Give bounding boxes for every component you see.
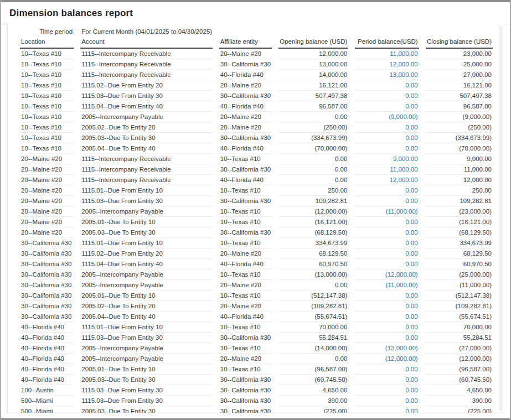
cell-period-balance[interactable]: 0.00 (355, 101, 419, 112)
cell-account: 1115--Intercompany Receivable (80, 154, 213, 164)
cell-opening-balance: (12,000.00) (278, 206, 348, 217)
cell-closing-balance: 507,497.38 (426, 91, 493, 101)
column-header-affiliate-entity: Affiliate entity (219, 37, 272, 49)
cell-period-balance[interactable]: 0.00 (355, 143, 419, 154)
cell-closing-balance: 250.00 (426, 185, 493, 196)
cell-closing-balance: (27,000.00) (426, 343, 493, 354)
table-row: 20--Maine #201115--Intercompany Receivab… (20, 164, 493, 175)
cell-period-balance[interactable]: 12,000.00 (355, 59, 419, 70)
cell-opening-balance: 13,000.00 (278, 59, 348, 70)
table-row: 20--Maine #201115--Intercompany Receivab… (20, 175, 493, 185)
cell-closing-balance: 16,121.00 (426, 80, 493, 91)
cell-period-balance[interactable]: 12,000.00 (355, 175, 419, 185)
cell-period-balance[interactable]: (12,000.00) (355, 269, 419, 280)
cell-period-balance[interactable]: 0.00 (355, 227, 419, 238)
cell-affiliate-entity: 30--California #30 (219, 133, 272, 143)
cell-period-balance[interactable]: 0.00 (355, 248, 419, 259)
cell-account: 1115.03--Due From Entity 30 (80, 396, 213, 406)
cell-period-balance[interactable]: 0.00 (355, 122, 419, 133)
table-row: 10--Texas #102005.04--Due To Entity 4040… (20, 143, 493, 154)
cell-location: 40--Florida #40 (20, 333, 74, 343)
cell-period-balance[interactable]: (11,000.00) (355, 206, 419, 217)
table-row: 20--Maine #201115.03--Due From Entity 30… (20, 196, 493, 206)
cell-period-balance[interactable]: 0.00 (355, 80, 419, 91)
table-row: 30--California #302005.01--Due To Entity… (20, 291, 493, 301)
cell-period-balance[interactable]: 0.00 (355, 133, 419, 143)
cell-account: 1115.03--Due From Entity 30 (80, 385, 213, 396)
cell-period-balance[interactable]: 0.00 (355, 196, 419, 206)
cell-period-balance[interactable]: 0.00 (355, 91, 419, 101)
cell-closing-balance: 68,129.50 (426, 248, 493, 259)
cell-period-balance[interactable]: 0.00 (355, 238, 419, 248)
cell-period-balance[interactable]: 0.00 (355, 185, 419, 196)
cell-affiliate-entity: 10--Texas #10 (219, 364, 272, 375)
column-header-period-balance: Period balance(USD) (355, 37, 419, 49)
cell-account: 2005.01--Due To Entity 10 (80, 291, 213, 301)
cell-closing-balance: (16,121.00) (426, 217, 493, 227)
cell-affiliate-entity: 20--Maine #20 (219, 248, 272, 259)
cell-closing-balance: (9,000.00) (426, 112, 493, 122)
table-row: 20--Maine #202005--Intercompany Payable1… (20, 206, 493, 217)
cell-affiliate-entity: 10--Texas #10 (219, 322, 272, 333)
cell-period-balance[interactable]: 11,000.00 (355, 164, 419, 175)
cell-period-balance[interactable]: 11,000.00 (355, 49, 419, 59)
table-row: 500--Miami2005.03--Due To Entity 3030--C… (20, 406, 493, 413)
cell-period-balance[interactable]: (11,000.00) (355, 280, 419, 291)
cell-account: 2005.03--Due To Entity 30 (80, 375, 213, 385)
cell-period-balance[interactable]: 0.00 (355, 291, 419, 301)
cell-period-balance[interactable]: 0.00 (355, 301, 419, 312)
cell-closing-balance: 12,000.00 (426, 175, 493, 185)
cell-opening-balance: (55,674.51) (278, 312, 348, 322)
report-panel: Time period For Current Month (04/01/202… (7, 24, 504, 413)
cell-location: 30--California #30 (20, 238, 74, 248)
cell-period-balance[interactable]: (9,000.00) (355, 112, 419, 122)
cell-opening-balance: 60,970.50 (278, 259, 348, 269)
cell-closing-balance: (68,129.50) (426, 227, 493, 238)
cell-period-balance[interactable]: 0.00 (355, 333, 419, 343)
cell-closing-balance: (25,000.00) (426, 269, 493, 280)
cell-opening-balance: (512,147.38) (278, 291, 348, 301)
table-row: 10--Texas #101115.03--Due From Entity 30… (20, 91, 493, 101)
cell-period-balance[interactable]: 13,000.00 (355, 70, 419, 80)
cell-period-balance[interactable]: 0.00 (355, 322, 419, 333)
cell-period-balance[interactable]: 0.00 (355, 375, 419, 385)
cell-location: 20--Maine #20 (20, 154, 74, 164)
table-row: 500--Miami1115.03--Due From Entity 3030-… (20, 396, 493, 406)
cell-affiliate-entity: 30--California #30 (219, 396, 272, 406)
cell-affiliate-entity: 40--Florida #40 (219, 143, 272, 154)
report-window: Dimension balances report Time period Fo… (0, 0, 511, 420)
time-period-value: For Current Month (04/01/2025 to 04/30/2… (80, 27, 493, 37)
cell-period-balance[interactable]: 0.00 (355, 364, 419, 375)
cell-location: 40--Florida #40 (20, 364, 74, 375)
cell-period-balance[interactable]: 0.00 (355, 406, 419, 413)
cell-period-balance[interactable]: 0.00 (355, 312, 419, 322)
cell-period-balance[interactable]: (12,000.00) (355, 354, 419, 364)
cell-closing-balance: (70,000.00) (426, 143, 493, 154)
cell-location: 10--Texas #10 (20, 80, 74, 91)
cell-opening-balance: (109,282.81) (278, 301, 348, 312)
cell-location: 20--Maine #20 (20, 164, 74, 175)
cell-period-balance[interactable]: 0.00 (355, 396, 419, 406)
cell-location: 40--Florida #40 (20, 375, 74, 385)
cell-period-balance[interactable]: 0.00 (355, 217, 419, 227)
cell-affiliate-entity: 20--Maine #20 (219, 80, 272, 91)
cell-affiliate-entity: 10--Texas #10 (219, 291, 272, 301)
cell-period-balance[interactable]: 0.00 (355, 259, 419, 269)
cell-period-balance[interactable]: (13,000.00) (355, 343, 419, 354)
table-row: 10--Texas #102005.02--Due To Entity 2020… (20, 122, 493, 133)
cell-closing-balance: 70,000.00 (426, 322, 493, 333)
cell-account: 2005--Intercompany Payable (80, 112, 213, 122)
cell-closing-balance: (60,745.50) (426, 375, 493, 385)
cell-location: 40--Florida #40 (20, 354, 74, 364)
cell-opening-balance: 390.00 (278, 396, 348, 406)
table-row: 10--Texas #101115.02--Due From Entity 20… (20, 80, 493, 91)
cell-period-balance[interactable]: 9,000.00 (355, 154, 419, 164)
cell-affiliate-entity: 30--California #30 (219, 406, 272, 413)
cell-location: 20--Maine #20 (20, 227, 74, 238)
table-row: 20--Maine #201115.01--Due From Entity 10… (20, 185, 493, 196)
cell-period-balance[interactable]: 0.00 (355, 385, 419, 396)
cell-affiliate-entity: 20--Maine #20 (219, 280, 272, 291)
table-row: 40--Florida #402005--Intercompany Payabl… (20, 343, 493, 354)
vertical-scrollbar[interactable] (499, 25, 503, 411)
cell-opening-balance: 250.00 (278, 185, 348, 196)
